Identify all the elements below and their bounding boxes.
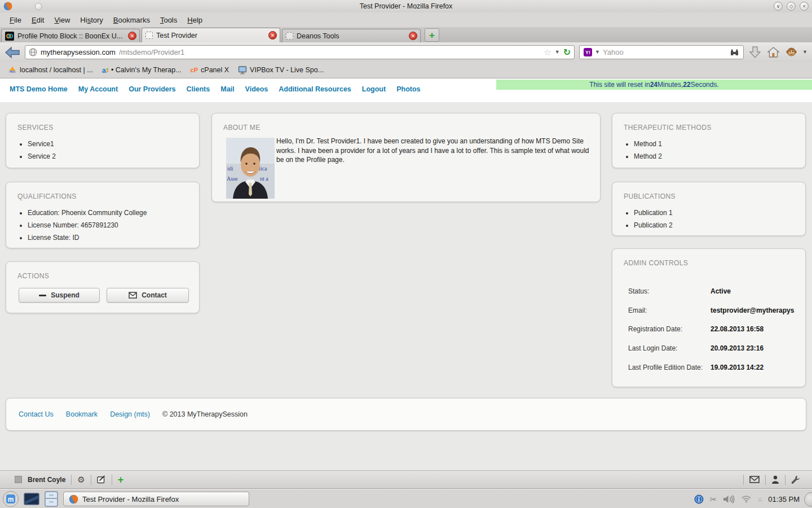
greasemonkey-icon[interactable] bbox=[784, 45, 798, 60]
menu-file[interactable]: File bbox=[5, 14, 27, 26]
menu-view[interactable]: View bbox=[49, 14, 75, 26]
mint-menu-icon[interactable]: m bbox=[2, 491, 19, 507]
about-me-panel: ABOUT ME idi tica Asse nt a bbox=[211, 113, 601, 202]
tab-close-icon[interactable]: ✕ bbox=[128, 32, 136, 40]
site-footer: Contact Us Bookmark Design (mts) © 2013 … bbox=[6, 398, 806, 431]
tab-deanos-tools[interactable]: Deanos Tools ✕ bbox=[282, 29, 421, 42]
placeholder-favicon bbox=[286, 32, 293, 40]
menu-history[interactable]: History bbox=[75, 14, 108, 26]
tray-expand-icon[interactable]: △ bbox=[758, 497, 762, 502]
search-bar[interactable]: Y! ▼ bbox=[579, 45, 744, 59]
envelope-icon bbox=[129, 292, 137, 299]
bookmark-vipbox[interactable]: VIPBox TV - Live Spo... bbox=[238, 66, 324, 75]
scissors-icon[interactable]: ✂ bbox=[710, 495, 717, 503]
panel-title: ADMIN CONTROLS bbox=[624, 259, 805, 267]
nav-photos[interactable]: Photos bbox=[396, 85, 420, 93]
bookmark-phpmyadmin[interactable]: PMA localhost / localhost | ... bbox=[8, 65, 93, 75]
show-desktop-icon[interactable] bbox=[24, 493, 39, 505]
toolbar-overflow-icon[interactable]: ▼ bbox=[802, 50, 807, 55]
file-cabinet-icon[interactable] bbox=[44, 491, 59, 507]
tab-close-icon[interactable]: ✕ bbox=[268, 31, 277, 40]
svg-text:nt a: nt a bbox=[260, 176, 268, 182]
download-icon[interactable] bbox=[748, 45, 762, 60]
footer-bookmark-link[interactable]: Bookmark bbox=[66, 410, 98, 418]
footer-copyright: © 2013 MyTherapySession bbox=[162, 410, 248, 418]
panel-title: ABOUT ME bbox=[223, 124, 600, 132]
method-item: Method 1 bbox=[634, 138, 805, 150]
footer-contact-us-link[interactable]: Contact Us bbox=[19, 410, 54, 418]
publication-item: Publication 2 bbox=[634, 219, 805, 231]
wifi-icon[interactable] bbox=[741, 495, 752, 503]
about-me-text: Hello, I'm Dr. Test Provider1. I have be… bbox=[276, 137, 591, 165]
url-dropdown-icon[interactable]: ▼ bbox=[555, 50, 560, 55]
service-item: Service 2 bbox=[28, 150, 199, 163]
reset-notice-text: This site will reset in bbox=[589, 81, 650, 89]
boonex-favicon bbox=[5, 32, 14, 41]
footer-design-link[interactable]: Design (mts) bbox=[110, 410, 150, 418]
gear-icon[interactable]: ⚙ bbox=[77, 475, 85, 484]
url-bar[interactable]: mytherapysession.com/mtsdemo/Provider1 ☆… bbox=[25, 45, 575, 59]
bookmark-label: cPanel X bbox=[201, 66, 229, 74]
add-icon[interactable]: + bbox=[118, 475, 124, 485]
contact-button[interactable]: Contact bbox=[107, 288, 189, 303]
nav-logout[interactable]: Logout bbox=[362, 85, 386, 93]
close-button[interactable]: × bbox=[800, 2, 809, 11]
compose-icon[interactable] bbox=[97, 475, 106, 484]
bookmark-cpanel[interactable]: cP cPanel X bbox=[191, 66, 230, 74]
update-shield-icon[interactable] bbox=[694, 494, 704, 504]
svg-text:m: m bbox=[8, 496, 14, 503]
admin-row-value: Active bbox=[710, 287, 803, 295]
suspend-button[interactable]: Suspend bbox=[19, 288, 100, 303]
menu-help[interactable]: Help bbox=[182, 14, 208, 26]
page-content: SERVICES Service1 Service 2 QUALIFICATIO… bbox=[0, 102, 812, 470]
separator bbox=[71, 475, 72, 485]
tab-close-icon[interactable]: ✕ bbox=[409, 32, 417, 40]
method-item: Method 2 bbox=[634, 150, 805, 163]
nav-mts-demo-home[interactable]: MTS Demo Home bbox=[10, 85, 68, 93]
tab-test-provider[interactable]: Test Provider ✕ bbox=[142, 28, 280, 42]
tab-bar: Profile Photo Block :: BoonEx U... ✕ Tes… bbox=[0, 27, 812, 42]
system-tray: ✂ △ 01:35 PM bbox=[694, 489, 800, 508]
reset-minutes: 24 bbox=[650, 81, 657, 89]
maximize-button[interactable]: ◇ bbox=[787, 2, 796, 11]
back-button[interactable] bbox=[5, 46, 20, 59]
search-input[interactable] bbox=[603, 48, 727, 56]
bookmarks-toolbar: PMA localhost / localhost | ... a • Calv… bbox=[0, 62, 812, 78]
panel-title: ACTIONS bbox=[17, 272, 199, 280]
search-engine-dropdown-icon[interactable]: ▼ bbox=[595, 50, 600, 55]
admin-row-label: Last Profile Edition Date: bbox=[628, 364, 703, 371]
minimize-button[interactable]: ∨ bbox=[774, 2, 783, 11]
admin-row-label: Status: bbox=[628, 287, 649, 295]
nav-clients[interactable]: Clients bbox=[187, 85, 210, 93]
corner-widget-icon[interactable] bbox=[804, 492, 812, 507]
taskbar-window-button[interactable]: Test Provider - Mozilla Firefox bbox=[63, 492, 249, 506]
bookmark-calvins[interactable]: a • Calvin's My Therap... bbox=[102, 66, 182, 74]
menu-bookmarks[interactable]: Bookmarks bbox=[108, 14, 155, 26]
wrench-icon[interactable] bbox=[791, 475, 800, 484]
binoculars-icon[interactable] bbox=[730, 49, 739, 56]
new-tab-button[interactable]: + bbox=[425, 28, 439, 42]
nav-videos[interactable]: Videos bbox=[245, 85, 268, 93]
qualification-item: Education: Phoenix Community College bbox=[28, 207, 199, 219]
volume-icon[interactable] bbox=[723, 495, 735, 503]
nav-my-account[interactable]: My Account bbox=[78, 85, 118, 93]
home-icon[interactable] bbox=[766, 45, 780, 60]
mail-icon[interactable] bbox=[749, 476, 760, 483]
bookmark-star-icon[interactable]: ☆ bbox=[544, 48, 551, 56]
nav-our-providers[interactable]: Our Providers bbox=[129, 85, 175, 93]
menu-tools[interactable]: Tools bbox=[155, 14, 182, 26]
reset-seconds: 22 bbox=[683, 81, 690, 89]
publications-panel: PUBLICATIONS Publication 1 Publication 2 bbox=[612, 182, 806, 236]
reload-icon[interactable]: ↻ bbox=[563, 48, 571, 57]
tab-profile-photo-block[interactable]: Profile Photo Block :: BoonEx U... ✕ bbox=[1, 29, 140, 42]
separator bbox=[112, 475, 112, 485]
separator bbox=[743, 475, 744, 485]
qualifications-panel: QUALIFICATIONS Education: Phoenix Commun… bbox=[6, 182, 200, 248]
menu-edit[interactable]: Edit bbox=[27, 14, 49, 26]
a-favicon-icon: a bbox=[102, 67, 108, 74]
cpanel-icon: cP bbox=[191, 67, 198, 73]
admin-row-value: 20.09.2013 23:16 bbox=[710, 344, 803, 352]
nav-mail[interactable]: Mail bbox=[220, 85, 234, 93]
nav-additional-resources[interactable]: Additional Resources bbox=[279, 85, 351, 93]
user-icon[interactable] bbox=[771, 475, 779, 484]
